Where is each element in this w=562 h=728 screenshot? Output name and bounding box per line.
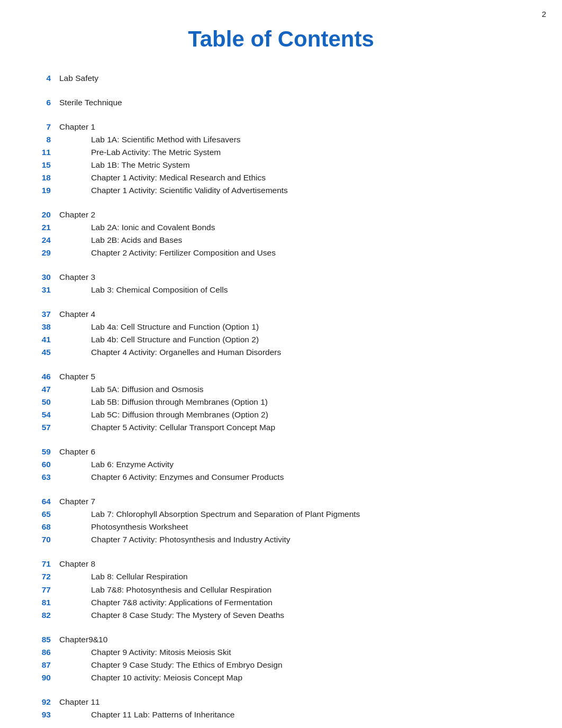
toc-label: Chapter 5 Activity: Cellular Transport C… — [59, 421, 530, 434]
toc-page-number: 68 — [32, 521, 59, 533]
toc-page-number: 15 — [32, 159, 59, 171]
toc-row: 81Chapter 7&8 activity: Applications of … — [32, 596, 530, 609]
toc-page-number: 6 — [32, 96, 59, 109]
toc-page-number: 46 — [32, 370, 59, 383]
toc-page-number: 21 — [32, 221, 59, 234]
toc-row: 86Chapter 9 Activity: Mitosis Meiosis Sk… — [32, 646, 530, 659]
toc-row: 63Chapter 6 Activity: Enzymes and Consum… — [32, 471, 530, 484]
page-number: 2 — [542, 10, 546, 19]
toc-label: Lab Safety — [59, 72, 530, 85]
toc-page-number: 30 — [32, 271, 59, 284]
toc-label: Chapter 8 Case Study: The Mystery of Sev… — [59, 609, 530, 622]
toc-page-number: 72 — [32, 570, 59, 583]
toc-row: 21Lab 2A: Ionic and Covalent Bonds — [32, 221, 530, 234]
toc-page-number: 24 — [32, 234, 59, 247]
toc-label: Lab 1A: Scientific Method with Lifesaver… — [59, 133, 530, 146]
toc-label: Sterile Technique — [59, 96, 530, 109]
toc-row: 4Lab Safety — [32, 72, 530, 85]
toc-label: Lab 2B: Acids and Bases — [59, 234, 530, 247]
toc-page-number: 41 — [32, 333, 59, 346]
toc-label: Chapter 1 Activity: Medical Research and… — [59, 171, 530, 184]
toc-page-number: 29 — [32, 247, 59, 259]
toc-row: 38Lab 4a: Cell Structure and Function (O… — [32, 321, 530, 333]
toc-row: 47Lab 5A: Diffusion and Osmosis — [32, 383, 530, 396]
toc-row: 11Pre-Lab Activity: The Metric System — [32, 146, 530, 159]
toc-row: 93Chapter 11 Lab: Patterns of Inheritanc… — [32, 708, 530, 721]
toc-label: Chapter 7&8 activity: Applications of Fe… — [59, 596, 530, 609]
toc-label: Lab 1B: The Metric System — [59, 159, 530, 171]
toc-row: 15Lab 1B: The Metric System — [32, 159, 530, 171]
toc-label: Pre-Lab Activity: The Metric System — [59, 146, 530, 159]
toc-label: Lab 4b: Cell Structure and Function (Opt… — [59, 333, 530, 346]
toc-label: Chapter 1 Activity: Scientific Validity … — [59, 184, 530, 197]
toc-label: Lab 5C: Diffusion through Membranes (Opt… — [59, 408, 530, 421]
toc-row: 45Chapter 4 Activity: Organelles and Hum… — [32, 346, 530, 359]
toc-label: Chapter 1 — [59, 121, 530, 133]
toc-row: 46Chapter 5 — [32, 370, 530, 383]
toc-label: Chapter 8 — [59, 558, 530, 570]
toc-page-number: 71 — [32, 558, 59, 570]
toc-page-number: 45 — [32, 346, 59, 359]
toc-row: 30Chapter 3 — [32, 271, 530, 284]
toc-row: 24Lab 2B: Acids and Bases — [32, 234, 530, 247]
toc-row: 85Chapter9&10 — [32, 633, 530, 646]
toc-page-number: 19 — [32, 184, 59, 197]
toc-label: Chapter9&10 — [59, 633, 530, 646]
toc-page-number: 31 — [32, 284, 59, 296]
toc-page-number: 38 — [32, 321, 59, 333]
toc-label: Lab 5A: Diffusion and Osmosis — [59, 383, 530, 396]
toc-label: Lab 3: Chemical Composition of Cells — [59, 284, 530, 296]
toc-row: 57Chapter 5 Activity: Cellular Transport… — [32, 421, 530, 434]
toc-row: 18Chapter 1 Activity: Medical Research a… — [32, 171, 530, 184]
toc-page-number: 59 — [32, 445, 59, 458]
toc-row: 7Chapter 1 — [32, 121, 530, 133]
toc-label: Chapter 10 activity: Meiosis Concept Map — [59, 671, 530, 684]
toc-label: Chapter 4 — [59, 308, 530, 321]
toc-page-number: 8 — [32, 133, 59, 146]
toc-label: Chapter 9 Case Study: The Ethics of Embr… — [59, 659, 530, 671]
toc-row: 77Lab 7&8: Photosynthesis and Cellular R… — [32, 584, 530, 596]
toc-row: 87Chapter 9 Case Study: The Ethics of Em… — [32, 659, 530, 671]
toc-page-number: 57 — [32, 421, 59, 434]
toc-label: Chapter 6 — [59, 445, 530, 458]
toc-page-number: 93 — [32, 708, 59, 721]
toc-row: 65Lab 7: Chlorophyll Absorption Spectrum… — [32, 508, 530, 521]
toc-row: 8Lab 1A: Scientific Method with Lifesave… — [32, 133, 530, 146]
toc-label: Lab 8: Cellular Respiration — [59, 570, 530, 583]
toc-row: 70Chapter 7 Activity: Photosynthesis and… — [32, 533, 530, 546]
toc-label: Chapter 9 Activity: Mitosis Meiosis Skit — [59, 646, 530, 659]
toc-label: Chapter 7 — [59, 495, 530, 508]
toc-label: Lab 5B: Diffusion through Membranes (Opt… — [59, 396, 530, 408]
toc-page-number: 54 — [32, 408, 59, 421]
toc-page-number: 47 — [32, 383, 59, 396]
toc-row: 54Lab 5C: Diffusion through Membranes (O… — [32, 408, 530, 421]
toc-page-number: 50 — [32, 396, 59, 408]
toc-container: 4Lab Safety6Sterile Technique7Chapter 18… — [32, 72, 530, 721]
toc-row: 64Chapter 7 — [32, 495, 530, 508]
toc-row: 37Chapter 4 — [32, 308, 530, 321]
toc-row: 72Lab 8: Cellular Respiration — [32, 570, 530, 583]
toc-page-number: 37 — [32, 308, 59, 321]
toc-row: 82Chapter 8 Case Study: The Mystery of S… — [32, 609, 530, 622]
toc-page-number: 63 — [32, 471, 59, 484]
page-title: Table of Contents — [32, 26, 530, 52]
toc-label: Chapter 5 — [59, 370, 530, 383]
toc-page-number: 87 — [32, 659, 59, 671]
toc-label: Chapter 2 Activity: Fertilizer Compositi… — [59, 247, 530, 259]
toc-label: Lab 6: Enzyme Activity — [59, 458, 530, 471]
toc-page-number: 92 — [32, 696, 59, 708]
toc-row: 50Lab 5B: Diffusion through Membranes (O… — [32, 396, 530, 408]
toc-row: 20Chapter 2 — [32, 208, 530, 221]
toc-label: Lab 4a: Cell Structure and Function (Opt… — [59, 321, 530, 333]
toc-label: Chapter 11 Lab: Patterns of Inheritance — [59, 708, 530, 721]
toc-page-number: 70 — [32, 533, 59, 546]
toc-row: 6Sterile Technique — [32, 96, 530, 109]
toc-page-number: 20 — [32, 208, 59, 221]
toc-label: Chapter 7 Activity: Photosynthesis and I… — [59, 533, 530, 546]
toc-row: 59Chapter 6 — [32, 445, 530, 458]
toc-page-number: 81 — [32, 596, 59, 609]
toc-row: 60Lab 6: Enzyme Activity — [32, 458, 530, 471]
toc-row: 41Lab 4b: Cell Structure and Function (O… — [32, 333, 530, 346]
toc-page-number: 77 — [32, 584, 59, 596]
toc-row: 71Chapter 8 — [32, 558, 530, 570]
